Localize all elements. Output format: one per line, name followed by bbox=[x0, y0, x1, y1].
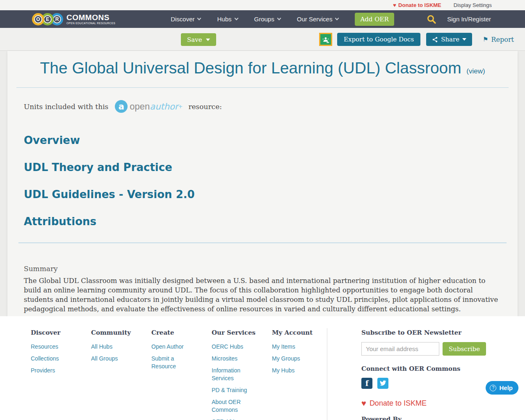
heart-icon: ♥ bbox=[393, 2, 396, 8]
footer: Discover Resources Collections Providers… bbox=[0, 316, 525, 420]
donate-to-iskme-footer-link[interactable]: ♥ Donate to ISKME bbox=[361, 399, 497, 408]
utility-bar: ♥ Donate to ISKME Display Settings bbox=[0, 0, 525, 10]
footer-link-oer-101[interactable]: OER 101 bbox=[212, 418, 260, 420]
caret-down-icon bbox=[462, 38, 466, 41]
nav-item-groups[interactable]: Groups bbox=[254, 16, 281, 23]
question-mark-icon: ? bbox=[490, 385, 496, 391]
chevron-down-icon bbox=[277, 16, 281, 21]
open-author-logo[interactable]: a open author + bbox=[115, 100, 183, 113]
resource-toolbar: Save Export to Google Docs Share bbox=[0, 28, 525, 51]
footer-link-about-oer-commons[interactable]: About OER Commons bbox=[212, 398, 260, 414]
page-title: The Global Universal Design for Learning… bbox=[40, 59, 461, 77]
share-button[interactable]: Share bbox=[426, 33, 472, 46]
unit-link-overview[interactable]: Overview bbox=[24, 134, 501, 146]
display-settings-link[interactable]: Display Settings bbox=[454, 2, 492, 8]
logo-title: COMMONS bbox=[66, 14, 115, 21]
nav-item-label: Groups bbox=[254, 16, 274, 23]
summary-text: The Global UDL Classroom was initially d… bbox=[24, 276, 501, 314]
footer-link-microsites[interactable]: Microsites bbox=[212, 355, 260, 363]
report-label: Report bbox=[491, 36, 514, 43]
subscribe-button[interactable]: Subscribe bbox=[443, 342, 486, 356]
donate-to-iskme-link[interactable]: ♥ Donate to ISKME bbox=[393, 2, 441, 8]
view-link[interactable]: (view) bbox=[466, 67, 485, 75]
google-classroom-icon[interactable] bbox=[319, 33, 332, 46]
unit-link-attributions[interactable]: Attributions bbox=[24, 215, 501, 228]
powered-by-label: Powered By bbox=[361, 415, 497, 420]
unit-link-udl-guidelines[interactable]: UDL Guidelines - Version 2.0 bbox=[24, 188, 501, 201]
main-content: The Global Universal Design for Learning… bbox=[7, 51, 518, 316]
logo-letter-o: O bbox=[32, 13, 44, 25]
flag-icon: ⚑ bbox=[483, 36, 488, 43]
facebook-icon[interactable]: f bbox=[361, 378, 372, 389]
help-button[interactable]: ? Help bbox=[486, 381, 518, 395]
chevron-down-icon bbox=[197, 16, 201, 21]
summary-label: Summary bbox=[24, 265, 501, 273]
footer-link-all-hubs[interactable]: All Hubs bbox=[91, 343, 139, 351]
units-row: Units included with this a open author +… bbox=[24, 100, 501, 113]
footer-col-title: Create bbox=[151, 329, 212, 336]
footer-link-providers[interactable]: Providers bbox=[31, 367, 79, 374]
footer-link-open-author[interactable]: Open Author bbox=[151, 343, 200, 351]
footer-link-collections[interactable]: Collections bbox=[31, 355, 79, 363]
save-button[interactable]: Save bbox=[181, 33, 216, 46]
report-button[interactable]: ⚑ Report bbox=[483, 36, 514, 43]
unit-link-udl-theory[interactable]: UDL Theory and Practice bbox=[24, 161, 501, 173]
footer-col-title: Our Services bbox=[212, 329, 272, 336]
heart-icon: ♥ bbox=[361, 399, 366, 408]
nav-menu: Discover Hubs Groups Our Services bbox=[171, 16, 338, 23]
main-nav: O E R COMMONS OPEN EDUCATIONAL RESOURCES… bbox=[0, 10, 525, 28]
social-icons: f bbox=[361, 378, 497, 389]
newsletter-title: Subscribe to OER Newsletter bbox=[361, 329, 497, 336]
footer-col-create: Create Open Author Submit a Resource bbox=[151, 329, 212, 420]
sign-in-register-link[interactable]: Sign In/Register bbox=[447, 16, 491, 23]
footer-col-discover: Discover Resources Collections Providers bbox=[31, 329, 91, 420]
donate-label: Donate to ISKME bbox=[398, 2, 441, 8]
help-label: Help bbox=[499, 384, 513, 391]
footer-divider bbox=[327, 328, 327, 420]
share-label: Share bbox=[441, 36, 459, 43]
chevron-down-icon bbox=[234, 16, 238, 21]
plus-icon: + bbox=[178, 103, 183, 110]
footer-right: Subscribe to OER Newsletter Subscribe Co… bbox=[361, 329, 497, 420]
nav-item-our-services[interactable]: Our Services bbox=[297, 16, 339, 23]
section-divider bbox=[18, 242, 507, 243]
footer-col-title: My Account bbox=[272, 329, 332, 336]
oer-commons-logo[interactable]: O E R COMMONS OPEN EDUCATIONAL RESOURCES bbox=[32, 13, 115, 25]
footer-link-submit-resource[interactable]: Submit a Resource bbox=[151, 355, 200, 370]
footer-col-my-account: My Account My Items My Groups My Hubs bbox=[272, 329, 332, 420]
footer-col-title: Community bbox=[91, 329, 151, 336]
nav-item-label: Our Services bbox=[297, 16, 333, 23]
footer-col-community: Community All Hubs All Groups bbox=[91, 329, 151, 420]
nav-item-label: Hubs bbox=[217, 16, 231, 23]
email-input[interactable] bbox=[361, 342, 439, 356]
footer-link-information-services[interactable]: Information Services bbox=[212, 367, 260, 382]
footer-col-title: Discover bbox=[31, 329, 91, 336]
footer-link-resources[interactable]: Resources bbox=[31, 343, 79, 351]
donate-footer-label: Donate to ISKME bbox=[370, 399, 427, 408]
caret-down-icon bbox=[206, 39, 210, 41]
open-author-open: open bbox=[130, 101, 150, 112]
footer-link-pd-training[interactable]: PD & Training bbox=[212, 386, 260, 394]
nav-item-hubs[interactable]: Hubs bbox=[217, 16, 237, 23]
footer-link-oerc-hubs[interactable]: OERC Hubs bbox=[212, 343, 260, 351]
footer-link-my-hubs[interactable]: My Hubs bbox=[272, 367, 320, 374]
newsletter-form: Subscribe bbox=[361, 342, 497, 356]
export-google-docs-button[interactable]: Export to Google Docs bbox=[337, 33, 420, 46]
nav-item-discover[interactable]: Discover bbox=[171, 16, 201, 23]
twitter-icon[interactable] bbox=[377, 378, 388, 389]
footer-col-our-services: Our Services OERC Hubs Microsites Inform… bbox=[212, 329, 272, 420]
share-icon bbox=[432, 37, 438, 43]
nav-right: Sign In/Register bbox=[427, 14, 491, 24]
logo-text: COMMONS OPEN EDUCATIONAL RESOURCES bbox=[66, 14, 115, 25]
unit-list: Overview UDL Theory and Practice UDL Gui… bbox=[24, 134, 501, 228]
save-label: Save bbox=[187, 36, 202, 43]
search-icon[interactable] bbox=[427, 14, 436, 24]
nav-item-label: Discover bbox=[171, 16, 194, 23]
footer-link-my-items[interactable]: My Items bbox=[272, 343, 320, 351]
footer-link-my-groups[interactable]: My Groups bbox=[272, 355, 320, 363]
logo-subtitle: OPEN EDUCATIONAL RESOURCES bbox=[66, 22, 115, 25]
units-prefix: Units included with this bbox=[24, 103, 108, 111]
add-oer-button[interactable]: Add OER bbox=[355, 13, 394, 26]
footer-link-all-groups[interactable]: All Groups bbox=[91, 355, 139, 363]
units-suffix: resource: bbox=[188, 103, 222, 111]
